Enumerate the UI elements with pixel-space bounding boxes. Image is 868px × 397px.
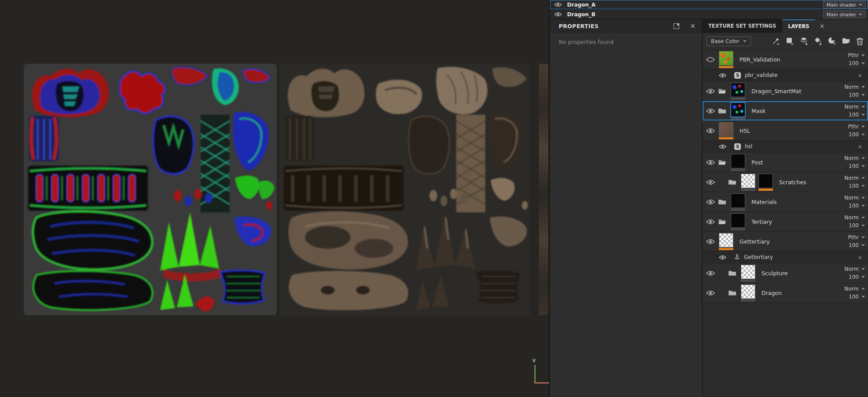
uv-viewport[interactable]: V U: [0, 0, 548, 397]
blend-mode-dropdown[interactable]: Norm: [844, 84, 865, 90]
tab-close-icon[interactable]: ×: [815, 19, 829, 33]
layer-row[interactable]: Dragon Norm 100: [703, 283, 868, 303]
layer-thumbnail[interactable]: [730, 154, 746, 171]
remove-effect-icon[interactable]: ×: [857, 254, 862, 261]
opacity-dropdown[interactable]: 100: [849, 222, 865, 229]
layer-thumbnail[interactable]: [740, 284, 756, 302]
blend-mode-dropdown[interactable]: Norm: [844, 175, 865, 181]
effect-row[interactable]: S hsl ×: [703, 141, 868, 153]
add-effect-icon[interactable]: [771, 36, 780, 46]
channel-indicator-bar: [731, 228, 745, 230]
add-smart-material-icon[interactable]: [828, 36, 837, 46]
layer-thumbnails[interactable]: [740, 265, 758, 282]
visibility-eye-icon[interactable]: [706, 270, 718, 276]
layer-thumbnails[interactable]: [718, 122, 736, 139]
blend-mode-dropdown[interactable]: Norm: [844, 215, 865, 221]
visibility-eye-icon[interactable]: [706, 290, 718, 296]
blend-mode-dropdown[interactable]: Pthr: [848, 124, 865, 130]
add-fill-layer-icon[interactable]: [813, 36, 823, 46]
visibility-eye-icon[interactable]: [706, 128, 718, 134]
layer-thumbnail[interactable]: [740, 174, 756, 191]
layer-row[interactable]: PBR_Validation Pthr 100: [703, 50, 868, 69]
layer-thumbnail[interactable]: [730, 213, 746, 230]
layer-thumbnails[interactable]: [730, 193, 747, 211]
tab-layers[interactable]: LAYERS: [782, 19, 815, 33]
visibility-eye-icon[interactable]: [719, 144, 731, 149]
layer-thumbnails[interactable]: [718, 233, 736, 250]
remove-effect-icon[interactable]: ×: [857, 143, 862, 150]
opacity-dropdown[interactable]: 100: [849, 203, 865, 209]
layer-row[interactable]: Post Norm 100: [703, 153, 868, 172]
visibility-eye-icon[interactable]: [554, 12, 562, 17]
channel-indicator-bar: [719, 248, 733, 250]
opacity-dropdown[interactable]: 100: [849, 274, 865, 280]
visibility-eye-icon[interactable]: [706, 57, 718, 62]
opacity-dropdown[interactable]: 100: [849, 183, 865, 189]
shader-selector-button[interactable]: Main shader: [823, 11, 866, 18]
add-adjustment-icon[interactable]: [785, 36, 795, 46]
opacity-dropdown[interactable]: 100: [849, 294, 865, 300]
opacity-dropdown[interactable]: 100: [849, 92, 865, 98]
visibility-eye-icon[interactable]: [719, 255, 731, 260]
blend-mode-dropdown[interactable]: Norm: [844, 104, 865, 110]
tab-texture-set-settings[interactable]: TEXTURE SET SETTINGS: [703, 19, 782, 33]
layer-thumbnails[interactable]: [730, 102, 747, 120]
visibility-eye-icon[interactable]: [706, 219, 718, 225]
layer-thumbnail[interactable]: [718, 122, 734, 139]
layer-row[interactable]: Mask Norm 100: [703, 101, 868, 121]
layer-thumbnail[interactable]: [740, 265, 756, 282]
visibility-eye-icon[interactable]: [706, 179, 718, 185]
blend-mode-dropdown[interactable]: Norm: [844, 266, 865, 272]
texture-sheet-dragon-a[interactable]: [24, 64, 277, 315]
texture-sheet-dragon-b[interactable]: [279, 64, 530, 315]
opacity-dropdown[interactable]: 100: [849, 60, 865, 66]
opacity-dropdown[interactable]: 100: [849, 163, 865, 169]
add-group-icon[interactable]: [842, 36, 851, 46]
remove-effect-icon[interactable]: ×: [857, 72, 862, 79]
visibility-eye-icon[interactable]: [719, 73, 731, 78]
layer-thumbnails[interactable]: [730, 154, 747, 171]
effect-row[interactable]: Gettertiary ×: [703, 251, 868, 263]
layer-thumbnails[interactable]: [740, 284, 758, 302]
layer-thumbnail[interactable]: [758, 174, 774, 191]
opacity-dropdown[interactable]: 100: [849, 131, 865, 138]
blend-mode-dropdown[interactable]: Pthr: [848, 234, 865, 240]
layer-thumbnail[interactable]: [730, 193, 746, 211]
texture-set-row-dragon-a[interactable]: Dragon_A Main shader: [550, 0, 868, 10]
layer-thumbnails[interactable]: [730, 83, 747, 100]
add-layer-icon[interactable]: [799, 36, 809, 46]
layer-thumbnail[interactable]: [730, 102, 746, 120]
blend-mode-dropdown[interactable]: Pthr: [848, 52, 865, 58]
visibility-eye-icon[interactable]: [706, 108, 718, 114]
visibility-eye-icon[interactable]: [706, 160, 718, 165]
visibility-eye-icon[interactable]: [706, 88, 718, 94]
delete-layer-icon[interactable]: [856, 36, 864, 46]
close-icon[interactable]: ×: [690, 23, 696, 29]
layer-row[interactable]: Gettertiary Pthr 100: [703, 232, 868, 251]
channel-selector-dropdown[interactable]: Base Color: [707, 36, 751, 46]
layer-row[interactable]: HSL Pthr 100: [703, 121, 868, 141]
layer-row[interactable]: Dragon_SmartMat Norm 100: [703, 81, 868, 101]
visibility-eye-icon[interactable]: [554, 2, 562, 7]
visibility-eye-icon[interactable]: [706, 239, 718, 244]
layer-thumbnail[interactable]: [730, 83, 746, 100]
opacity-dropdown[interactable]: 100: [849, 112, 865, 118]
blend-mode-dropdown[interactable]: Norm: [844, 155, 865, 161]
blend-mode-dropdown[interactable]: Norm: [844, 195, 865, 201]
shader-selector-button[interactable]: Main shader: [823, 1, 866, 9]
texture-set-row-dragon-b[interactable]: Dragon_B Main shader: [550, 10, 868, 19]
layer-thumbnail[interactable]: [718, 51, 734, 68]
layer-thumbnails[interactable]: [718, 51, 736, 68]
layer-thumbnails[interactable]: [730, 213, 747, 230]
layer-row[interactable]: Sculpture Norm 100: [703, 263, 868, 283]
opacity-dropdown[interactable]: 100: [849, 242, 865, 248]
layer-row[interactable]: Materials Norm 100: [703, 192, 868, 212]
layer-row[interactable]: Scratches Norm 100: [703, 172, 868, 192]
layer-thumbnails[interactable]: [740, 174, 775, 191]
visibility-eye-icon[interactable]: [706, 199, 718, 205]
effect-row[interactable]: S pbr_validate ×: [703, 69, 868, 81]
blend-mode-dropdown[interactable]: Norm: [844, 286, 865, 292]
popout-icon[interactable]: [674, 23, 679, 29]
layer-thumbnail[interactable]: [718, 233, 734, 250]
layer-row[interactable]: Tertiary Norm 100: [703, 212, 868, 232]
